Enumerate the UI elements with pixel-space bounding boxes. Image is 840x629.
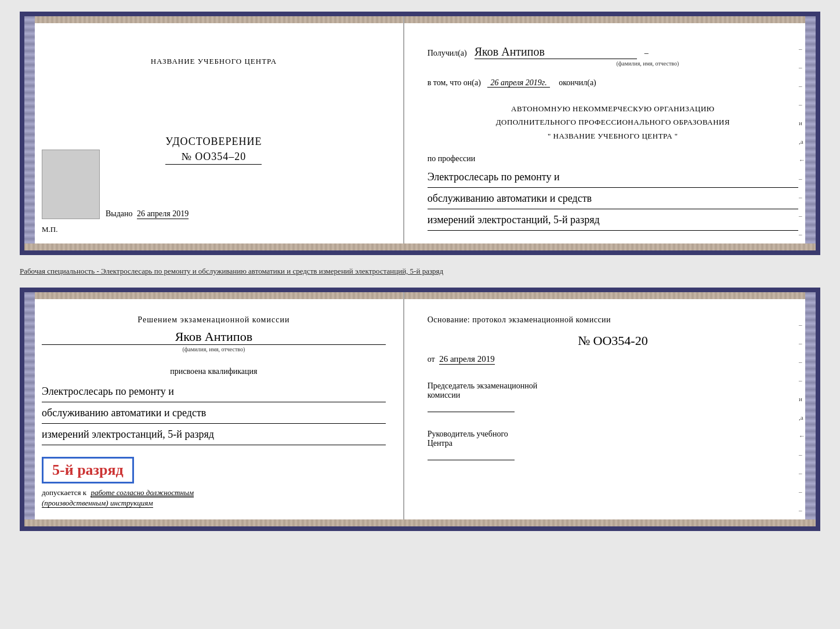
top-left-page: НАЗВАНИЕ УЧЕБНОГО ЦЕНТРА УДОСТОВЕРЕНИЕ №… bbox=[24, 16, 404, 250]
vydano-date: 26 апреля 2019 bbox=[137, 209, 189, 219]
organization-block: АВТОНОМНУЮ НЕКОММЕРЧЕСКУЮ ОРГАНИЗАЦИЮ ДО… bbox=[428, 102, 798, 143]
right-decorative-strip-bottom bbox=[805, 292, 816, 526]
protocol-number: № ОО354-20 bbox=[428, 333, 798, 348]
dopuskaetsya-prefix: допускается к bbox=[42, 488, 86, 497]
ot-prefix: от bbox=[428, 355, 435, 363]
qualification-lines: Электрослесарь по ремонту и обслуживанию… bbox=[42, 381, 386, 445]
recipient-fio: Яков Антипов bbox=[475, 45, 637, 59]
right-decorative-strip-top bbox=[805, 16, 816, 250]
prisvoena-line: присвоена квалификация bbox=[42, 367, 386, 376]
vydano-block: Выдано 26 апреля 2019 bbox=[106, 209, 189, 219]
fio-hint-top: (фамилия, имя, отчество) bbox=[497, 60, 798, 67]
osnovanie-text: Основание: протокол экзаменационной коми… bbox=[428, 315, 798, 325]
vtom-line: в том, что он(а) 26 апреля 2019г. окончи… bbox=[428, 78, 798, 88]
bottom-document: Решением экзаменационной комиссии Яков А… bbox=[20, 288, 820, 531]
photo-placeholder bbox=[42, 150, 100, 219]
avto-line3: " НАЗВАНИЕ УЧЕБНОГО ЦЕНТРА " bbox=[428, 129, 798, 143]
rank-box-container: 5-й разряд bbox=[42, 451, 386, 483]
top-right-page: Получил(а) Яков Антипов – (фамилия, имя,… bbox=[404, 16, 816, 250]
predsedatel-signature-line bbox=[428, 412, 515, 412]
bottom-right-page: Основание: протокол экзаменационной коми… bbox=[404, 292, 816, 526]
ot-line: от 26 апреля 2019 bbox=[428, 354, 798, 364]
rukovoditel-signature-line bbox=[428, 460, 515, 460]
udostoverenie-label: УДОСТОВЕРЕНИЕ bbox=[165, 136, 262, 148]
bottom-fio: Яков Антипов bbox=[42, 329, 386, 345]
po-professii-label: по профессии bbox=[428, 154, 798, 163]
vydano-prefix: Выдано bbox=[106, 209, 133, 218]
profession-block: Электрослесарь по ремонту и обслуживанию… bbox=[428, 166, 798, 231]
bottom-fio-hint: (фамилия, имя, отчество) bbox=[42, 346, 386, 352]
dopuskaetsya-line2: (производственным) инструкциям bbox=[42, 497, 386, 508]
predsedatel-line2: комиссии bbox=[428, 391, 798, 400]
qual-line3: измерений электростанций, 5-й разряд bbox=[42, 424, 386, 445]
resheniem-line: Решением экзаменационной комиссии bbox=[42, 315, 386, 325]
prof-line2: обслуживанию автоматики и средств bbox=[428, 188, 798, 209]
prof-line3: измерений электростанций, 5-й разряд bbox=[428, 209, 798, 231]
avto-line1: АВТОНОМНУЮ НЕКОММЕРЧЕСКУЮ ОРГАНИЗАЦИЮ bbox=[428, 102, 798, 115]
rukovoditel-line1: Руководитель учебного bbox=[428, 430, 798, 439]
okonchil-label: окончил(а) bbox=[559, 78, 596, 87]
school-name-top: НАЗВАНИЕ УЧЕБНОГО ЦЕНТРА bbox=[151, 57, 277, 66]
vtom-prefix: в том, что он(а) bbox=[428, 78, 481, 87]
rank-box: 5-й разряд bbox=[42, 457, 134, 483]
dopuskaetsya-italic2: (производственным) инструкциям bbox=[42, 499, 153, 508]
document-container: НАЗВАНИЕ УЧЕБНОГО ЦЕНТРА УДОСТОВЕРЕНИЕ №… bbox=[20, 12, 820, 531]
qual-line2: обслуживанию автоматики и средств bbox=[42, 402, 386, 424]
rank-text: 5-й разряд bbox=[52, 461, 124, 478]
mp-label: М.П. bbox=[42, 225, 57, 234]
bottom-right-side-marks: – – – – и ,а ← – – – – bbox=[799, 321, 805, 514]
predsedatel-line1: Председатель экзаменационной bbox=[428, 381, 798, 391]
between-text: Рабочая специальность - Электрослесарь п… bbox=[20, 262, 820, 281]
prof-line1: Электрослесарь по ремонту и bbox=[428, 166, 798, 188]
rukovoditel-line2: Центра bbox=[428, 439, 798, 448]
dopuskaetsya-italic1: работе согласно должностным bbox=[90, 488, 194, 497]
ot-date: 26 апреля 2019 bbox=[439, 354, 495, 365]
avto-line2: ДОПОЛНИТЕЛЬНОГО ПРОФЕССИОНАЛЬНОГО ОБРАЗО… bbox=[428, 115, 798, 129]
poluchil-line: Получил(а) Яков Антипов – bbox=[428, 45, 798, 59]
top-document: НАЗВАНИЕ УЧЕБНОГО ЦЕНТРА УДОСТОВЕРЕНИЕ №… bbox=[20, 12, 820, 255]
certificate-number: № ОО354–20 bbox=[165, 151, 262, 165]
graduation-date: 26 апреля 2019г. bbox=[487, 78, 549, 88]
right-side-marks: – – – – и ,а ← – – – – bbox=[799, 45, 805, 238]
poluchil-prefix: Получил(а) bbox=[428, 49, 467, 58]
dopuskaetsya-line: допускается к работе согласно должностны… bbox=[42, 488, 386, 497]
predsedatel-block: Председатель экзаменационной комиссии bbox=[428, 381, 798, 412]
rukovoditel-block: Руководитель учебного Центра bbox=[428, 430, 798, 460]
qual-line1: Электрослесарь по ремонту и bbox=[42, 381, 386, 402]
bottom-left-page: Решением экзаменационной комиссии Яков А… bbox=[24, 292, 404, 526]
